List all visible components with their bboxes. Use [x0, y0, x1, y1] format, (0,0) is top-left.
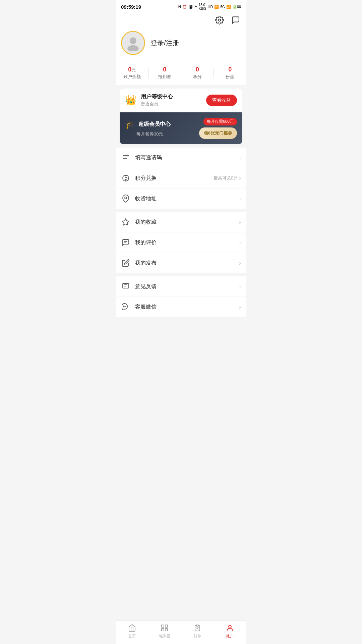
- menu-group-3: 意见反馈 › 客服微信 ›: [116, 276, 246, 317]
- invite-code-label: 填写邀请码: [135, 154, 239, 161]
- level-card[interactable]: 👑 用户等级中心 普通会员 查看收益: [120, 89, 242, 112]
- settings-button[interactable]: [214, 15, 225, 25]
- feedback-label: 意见反馈: [135, 283, 239, 290]
- favorites-icon: [121, 217, 130, 227]
- svg-point-2: [127, 45, 138, 51]
- svg-point-0: [219, 19, 221, 21]
- svg-point-17: [125, 306, 125, 307]
- shipping-address-icon: [121, 194, 130, 203]
- price-badge: 每月仅需600元: [203, 118, 237, 125]
- card-section: 👑 用户等级中心 普通会员 查看收益 🎓 超级会员中心 每月领券30元 每月仅需…: [120, 89, 242, 144]
- super-member-title: 超级会员中心: [138, 121, 171, 128]
- stats-row: 0元 账户余额 0 抵用券 0 积分 0 粉丝: [116, 62, 246, 85]
- status-bar: 09:59:19 N ⏰ 📳 ✦ 15.0KB/S HD 🛜 5G 📶 🔋66: [116, 0, 246, 12]
- coupon-button[interactable]: 领6张无门槛券: [199, 127, 237, 139]
- menu-item-publish[interactable]: 我的发布 ›: [116, 253, 246, 273]
- chevron-icon: ›: [239, 195, 241, 202]
- wechat-service-label: 客服微信: [135, 304, 239, 311]
- message-button[interactable]: [230, 15, 241, 25]
- chevron-icon: ›: [239, 175, 241, 182]
- super-member-subtitle: 每月领券30元: [136, 131, 171, 137]
- menu-item-points-exchange[interactable]: 积分兑换 最高可兑0元 ›: [116, 168, 246, 189]
- status-icons: N ⏰ 📳 ✦ 15.0KB/S HD 🛜 5G 📶 🔋66: [178, 3, 241, 10]
- favorites-label: 我的收藏: [135, 219, 239, 226]
- menu-item-reviews[interactable]: 我的评价 ›: [116, 232, 246, 253]
- status-time: 09:59:19: [121, 4, 141, 10]
- menu-item-feedback[interactable]: 意见反馈 ›: [116, 276, 246, 297]
- login-register-button[interactable]: 登录/注册: [150, 39, 179, 48]
- menu-item-invite-code[interactable]: 填写邀请码 ›: [116, 148, 246, 168]
- chevron-icon: ›: [239, 239, 241, 246]
- crown-icon: 👑: [125, 95, 137, 106]
- menu-group-1: 填写邀请码 › 积分兑换 最高可兑0元 › 收货地址 ›: [116, 148, 246, 209]
- chevron-icon: ›: [239, 283, 241, 290]
- stat-points[interactable]: 0 积分: [181, 66, 214, 80]
- menu-item-shipping-address[interactable]: 收货地址 ›: [116, 189, 246, 209]
- graduation-icon: 🎓: [125, 120, 135, 129]
- stat-coupons[interactable]: 0 抵用券: [148, 66, 181, 80]
- stat-balance[interactable]: 0元 账户余额: [116, 66, 148, 80]
- view-earnings-button[interactable]: 查看收益: [206, 95, 237, 106]
- reviews-label: 我的评价: [135, 239, 239, 246]
- invite-code-icon: [121, 153, 130, 162]
- chevron-icon: ›: [239, 260, 241, 267]
- svg-point-1: [130, 37, 136, 44]
- points-exchange-icon: [121, 173, 130, 183]
- stat-followers[interactable]: 0 粉丝: [214, 66, 247, 80]
- svg-marker-10: [122, 219, 129, 225]
- reviews-icon: [121, 238, 130, 247]
- level-title: 用户等级中心: [141, 93, 173, 100]
- publish-icon: [121, 258, 130, 268]
- svg-point-9: [125, 197, 127, 199]
- menu-group-2: 我的收藏 › 我的评价 › 我的发布 ›: [116, 212, 246, 273]
- level-subtitle: 普通会员: [141, 101, 173, 107]
- header: [116, 12, 246, 31]
- avatar[interactable]: [121, 31, 145, 55]
- shipping-address-label: 收货地址: [135, 195, 239, 202]
- points-exchange-label: 积分兑换: [135, 175, 214, 182]
- menu-item-wechat-service[interactable]: 客服微信 ›: [116, 297, 246, 317]
- chevron-icon: ›: [239, 219, 241, 226]
- svg-rect-13: [123, 283, 129, 288]
- chevron-icon: ›: [239, 154, 241, 161]
- chevron-icon: ›: [239, 304, 241, 311]
- menu-item-favorites[interactable]: 我的收藏 ›: [116, 212, 246, 232]
- wechat-icon: [121, 302, 130, 312]
- profile-section: 登录/注册: [116, 31, 246, 62]
- feedback-icon: [121, 282, 130, 291]
- points-exchange-sub: 最高可兑0元: [214, 175, 238, 181]
- publish-label: 我的发布: [135, 260, 239, 267]
- svg-point-16: [123, 306, 124, 307]
- super-member-card[interactable]: 🎓 超级会员中心 每月领券30元 每月仅需600元 领6张无门槛券: [120, 112, 242, 144]
